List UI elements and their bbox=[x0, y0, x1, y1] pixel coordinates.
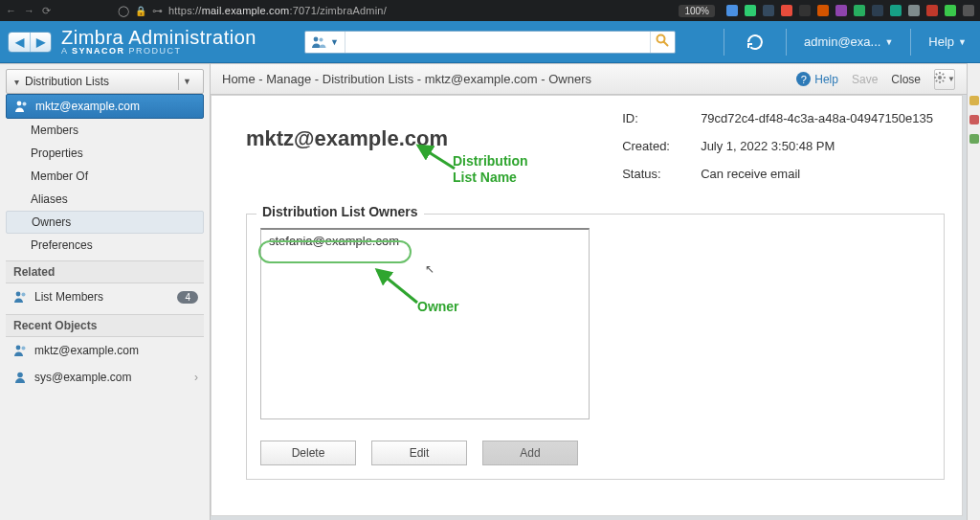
svg-point-6 bbox=[16, 292, 21, 297]
people-icon bbox=[311, 35, 326, 49]
help-label: Help bbox=[928, 34, 954, 49]
recent-item[interactable]: mktz@example.com bbox=[6, 337, 204, 364]
chevron-down-icon: ▼ bbox=[947, 75, 955, 83]
svg-line-17 bbox=[943, 80, 945, 82]
search-button[interactable] bbox=[650, 32, 675, 53]
info-id-val: 79cd72c4-df48-4c3a-a48a-04947150e135 bbox=[701, 105, 947, 131]
history-back-button[interactable]: ◀ bbox=[9, 33, 30, 52]
left-panel-header[interactable]: ▾ Distribution Lists ▼ bbox=[6, 69, 204, 94]
forward-icon: → bbox=[24, 5, 34, 17]
owner-row[interactable]: stefania@example.com bbox=[261, 230, 589, 253]
recent-item-label: mktz@example.com bbox=[34, 344, 139, 357]
history-nav: ◀ ▶ bbox=[8, 32, 52, 53]
search-input[interactable] bbox=[345, 32, 650, 53]
url-text: https://mail.example.com:7071/zimbraAdmi… bbox=[168, 5, 387, 16]
zoom-badge[interactable]: 100% bbox=[679, 5, 715, 17]
cursor-icon: ↖ bbox=[425, 262, 434, 276]
svg-line-16 bbox=[936, 74, 938, 76]
nav-dl-item-label: mktz@example.com bbox=[35, 100, 140, 113]
chevron-down-icon: ▼ bbox=[958, 37, 967, 47]
svg-point-8 bbox=[16, 346, 21, 350]
svg-point-11 bbox=[938, 76, 942, 79]
delete-button[interactable]: Delete bbox=[260, 441, 356, 465]
owners-fieldset: Distribution List Owners stefania@exampl… bbox=[246, 214, 945, 480]
app-header: ◀ ▶ Zimbra Administration A SYNACOR PROD… bbox=[0, 21, 980, 63]
global-search: ▼ bbox=[304, 31, 676, 54]
rail-icon[interactable] bbox=[969, 96, 979, 105]
content-area: mktz@example.com ID: 79cd72c4-df48-4c3a-… bbox=[211, 95, 963, 516]
left-panel-title: Distribution Lists bbox=[25, 75, 178, 88]
sidebar-item-owners[interactable]: Owners bbox=[6, 211, 204, 234]
owner-email: stefania@example.com bbox=[269, 234, 399, 248]
info-status-key: Status: bbox=[622, 161, 699, 187]
side-rail bbox=[967, 63, 980, 520]
search-type-picker[interactable]: ▼ bbox=[305, 32, 345, 53]
close-button[interactable]: Close bbox=[891, 73, 921, 86]
fieldset-legend: Distribution List Owners bbox=[256, 204, 424, 219]
help-menu[interactable]: Help ▼ bbox=[928, 34, 967, 49]
nav-dl-item[interactable]: mktz@example.com bbox=[6, 94, 204, 119]
chevron-down-icon: ▼ bbox=[330, 37, 339, 47]
svg-line-19 bbox=[936, 80, 938, 82]
history-fwd-button[interactable]: ▶ bbox=[30, 33, 51, 52]
recent-section-header: Recent Objects bbox=[6, 314, 204, 337]
brand: Zimbra Administration A SYNACOR PRODUCT bbox=[61, 28, 256, 56]
rail-icon[interactable] bbox=[969, 115, 979, 124]
sidebar-item-properties[interactable]: Properties bbox=[6, 142, 204, 165]
sidebar-item-preferences[interactable]: Preferences bbox=[6, 234, 204, 257]
owners-listbox[interactable]: stefania@example.com bbox=[260, 228, 590, 419]
sidebar-item-memberof[interactable]: Member Of bbox=[6, 165, 204, 188]
shield-icon: ◯ bbox=[118, 5, 129, 17]
info-created-key: Created: bbox=[622, 133, 699, 159]
account-icon bbox=[13, 370, 29, 385]
svg-point-9 bbox=[22, 347, 26, 350]
recent-item[interactable]: sys@example.com › bbox=[6, 364, 204, 391]
left-panel: ▾ Distribution Lists ▼ mktz@example.com … bbox=[0, 63, 211, 520]
info-table: ID: 79cd72c4-df48-4c3a-a48a-04947150e135… bbox=[620, 103, 948, 189]
save-button: Save bbox=[852, 73, 878, 86]
svg-line-18 bbox=[943, 74, 945, 76]
help-icon: ? bbox=[796, 72, 811, 86]
permissions-icon: ⊶ bbox=[152, 5, 163, 17]
collapse-icon: ▾ bbox=[14, 77, 19, 87]
members-icon bbox=[13, 289, 29, 305]
lock-icon: 🔒 bbox=[135, 6, 146, 16]
svg-point-5 bbox=[23, 102, 27, 106]
panel-dropdown-button[interactable]: ▼ bbox=[178, 73, 195, 90]
user-menu[interactable]: admin@exa... ▼ bbox=[804, 34, 893, 49]
browser-chrome-bar: ← → ⟳ ◯ 🔒 ⊶ https://mail.example.com:707… bbox=[0, 0, 980, 21]
info-status-val: Can receive email bbox=[701, 161, 947, 187]
member-count-badge: 4 bbox=[177, 291, 198, 304]
sidebar-item-aliases[interactable]: Aliases bbox=[6, 188, 204, 211]
add-button[interactable]: Add bbox=[482, 441, 578, 465]
related-section-header: Related bbox=[6, 260, 204, 283]
chevron-right-icon: › bbox=[194, 371, 198, 384]
sidebar-item-members[interactable]: Members bbox=[6, 119, 204, 142]
extension-icons bbox=[726, 5, 974, 16]
user-label: admin@exa... bbox=[804, 34, 880, 49]
info-created-val: July 1, 2022 3:50:48 PM bbox=[701, 133, 947, 159]
svg-point-10 bbox=[17, 373, 23, 378]
svg-point-1 bbox=[319, 37, 323, 41]
recent-item-label: sys@example.com bbox=[34, 371, 132, 384]
reload-icon[interactable]: ⟳ bbox=[42, 5, 51, 17]
svg-point-0 bbox=[314, 36, 319, 41]
gear-menu-button[interactable]: ▼ bbox=[934, 69, 955, 90]
toolbar: Home - Manage - Distribution Lists - mkt… bbox=[211, 64, 967, 95]
rail-icon[interactable] bbox=[969, 134, 979, 144]
brand-title: Zimbra Administration bbox=[61, 28, 256, 47]
svg-point-7 bbox=[22, 293, 26, 297]
edit-button[interactable]: Edit bbox=[371, 441, 467, 465]
search-icon bbox=[656, 34, 669, 50]
related-list-members[interactable]: List Members 4 bbox=[6, 283, 204, 310]
svg-point-4 bbox=[17, 102, 22, 106]
back-icon[interactable]: ← bbox=[6, 5, 16, 17]
distribution-list-icon bbox=[14, 99, 30, 114]
info-id-key: ID: bbox=[622, 105, 699, 131]
toolbar-help-link[interactable]: ? Help bbox=[796, 72, 838, 86]
related-item-label: List Members bbox=[34, 290, 103, 304]
refresh-button[interactable] bbox=[742, 29, 768, 56]
owners-button-row: Delete Edit Add bbox=[247, 433, 944, 479]
url-bar[interactable]: ◯ 🔒 ⊶ https://mail.example.com:7071/zimb… bbox=[118, 5, 387, 17]
page-title: mktz@example.com bbox=[246, 103, 448, 151]
